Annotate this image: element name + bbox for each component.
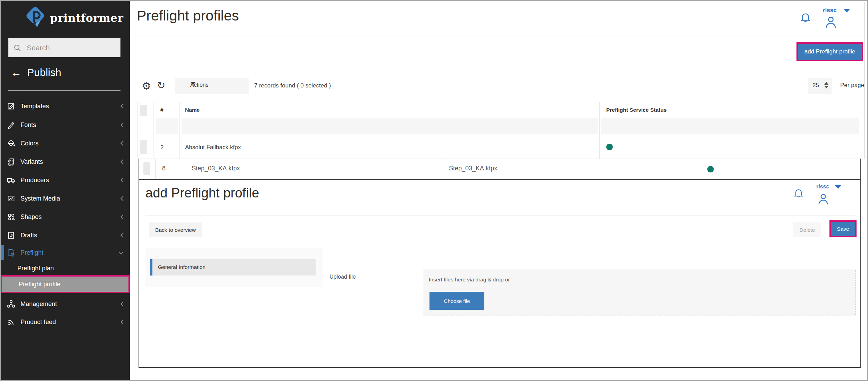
fonts-icon: [6, 120, 16, 130]
stepper-arrows-icon[interactable]: [824, 82, 828, 88]
sidebar-item-preflight[interactable]: Preflight: [1, 245, 130, 261]
add-preflight-profile-overlay: 8 Step_03_KA.kfpx Step_03_KA.kfpx add Pr…: [139, 159, 861, 368]
sidebar-item-system-media[interactable]: System Media: [1, 190, 130, 206]
sidebar-back-nav[interactable]: ← Publish: [10, 67, 61, 78]
management-icon: [6, 299, 16, 309]
sidebar-item-fonts[interactable]: Fonts: [1, 117, 130, 133]
choose-file-button[interactable]: Choose file: [429, 292, 484, 310]
row-checkbox[interactable]: [140, 140, 147, 154]
colors-icon: [6, 138, 16, 149]
drafts-pdf-icon: [6, 230, 16, 240]
templates-icon: [6, 101, 16, 111]
chevron-left-icon: [119, 214, 124, 220]
delete-button[interactable]: Delete: [793, 222, 821, 237]
sidebar-item-product-feed[interactable]: Product feed: [1, 314, 130, 330]
product-feed-rss-icon: [6, 317, 16, 327]
search-box[interactable]: [8, 38, 120, 57]
column-header-num: #: [160, 107, 164, 113]
chevron-left-icon: [119, 159, 124, 165]
sidebar-item-variants[interactable]: Variants: [1, 154, 130, 170]
chevron-left-icon: [119, 232, 124, 238]
scrollbar-track[interactable]: [865, 2, 865, 159]
per-page-input[interactable]: 25: [808, 78, 832, 94]
tab-general-information[interactable]: General Information: [150, 259, 316, 276]
user-dropdown-caret-icon[interactable]: [844, 9, 850, 12]
sidebar-item-management[interactable]: Management: [1, 296, 130, 312]
save-button[interactable]: Save: [831, 222, 855, 236]
sidebar-divider: [8, 90, 120, 91]
printformer-logo-icon: [25, 7, 46, 29]
dropzone-hint-text: Insert files here via drag & drop or: [429, 277, 510, 283]
annotation-box-save-button: Save: [829, 220, 857, 237]
settings-gear-icon[interactable]: ⚙: [142, 80, 151, 92]
chevron-left-icon: [119, 301, 124, 307]
user-name[interactable]: rissc: [823, 7, 837, 14]
system-media-icon: [6, 193, 16, 204]
annotation-box-preflight-profile: Preflight profile: [1, 275, 130, 293]
row-profile-name: Step_03_KA.kfpx: [449, 165, 497, 172]
table-row-partial[interactable]: 8 Step_03_KA.kfpx Step_03_KA.kfpx: [139, 159, 860, 180]
sidebar-item-preflight-plan[interactable]: Preflight plan: [1, 260, 130, 276]
annotation-box-add-button: add Preflight profile: [796, 42, 863, 61]
logo-text: printformer: [50, 12, 123, 24]
status-ok-dot: [707, 166, 714, 172]
filter-input-num[interactable]: [156, 118, 178, 134]
sidebar-item-templates[interactable]: Templates: [1, 98, 130, 114]
preflight-profiles-table: # Name Preflight Service Status 2 Absolu…: [137, 102, 861, 159]
search-icon: [13, 44, 22, 52]
per-page-label: Per page: [840, 82, 864, 89]
active-tab-indicator-bar: [150, 259, 152, 276]
row-checkbox[interactable]: [143, 162, 150, 175]
user-avatar-icon[interactable]: [817, 193, 829, 206]
dropdown-caret-icon: [190, 82, 196, 85]
per-page-value: 25: [812, 82, 819, 89]
back-to-overview-button[interactable]: Back to overview: [149, 222, 202, 237]
column-header-name: Name: [185, 107, 200, 113]
table-header-divider: [137, 136, 861, 136]
user-name[interactable]: rissc: [816, 184, 829, 190]
search-input[interactable]: [26, 43, 116, 52]
refresh-icon[interactable]: ↻: [157, 79, 165, 91]
shapes-icon: [6, 212, 16, 222]
column-header-status: Preflight Service Status: [606, 107, 667, 113]
status-ok-dot: [606, 144, 613, 150]
row-num: 8: [162, 165, 166, 172]
sidebar-section-title: Publish: [27, 67, 61, 78]
select-all-checkbox[interactable]: [140, 105, 147, 116]
chevron-down-icon: [118, 250, 124, 255]
sidebar-item-shapes[interactable]: Shapes: [1, 209, 130, 225]
row-num: 2: [160, 144, 164, 151]
back-arrow-icon[interactable]: ←: [10, 67, 22, 78]
chevron-left-icon: [119, 319, 124, 325]
sidebar: printformer ← Publish Templates: [1, 1, 130, 380]
user-avatar-icon[interactable]: [824, 15, 837, 29]
producers-icon: [6, 175, 16, 185]
notifications-bell-icon[interactable]: [793, 188, 804, 200]
sidebar-item-drafts[interactable]: Drafts: [1, 227, 130, 243]
chevron-left-icon: [119, 140, 124, 146]
records-count-text: 7 records found ( 0 selected ): [254, 82, 331, 89]
variants-icon: [6, 156, 16, 167]
preflight-icon: [6, 247, 16, 258]
overlay-title: add Preflight profile: [145, 186, 259, 201]
actions-dropdown[interactable]: Actions: [175, 78, 249, 94]
sidebar-item-producers[interactable]: Producers: [1, 172, 130, 188]
row-name: Step_03_KA.kfpx: [192, 165, 240, 172]
page-title: Preflight profiles: [137, 8, 239, 24]
overlay-tab-panel: General Information: [145, 248, 323, 287]
upload-file-label: Upload file: [329, 274, 356, 280]
user-dropdown-caret-icon[interactable]: [835, 185, 841, 189]
header-divider: [130, 35, 867, 35]
overlay-divider: [145, 215, 855, 216]
chevron-left-icon: [119, 122, 124, 128]
add-preflight-profile-button[interactable]: add Preflight profile: [798, 44, 862, 60]
file-dropzone[interactable]: Insert files here via drag & drop or Cho…: [423, 270, 856, 315]
active-indicator-bar: [1, 245, 4, 260]
app-window: printformer ← Publish Templates: [0, 0, 868, 381]
chevron-left-icon: [119, 195, 124, 202]
sidebar-item-colors[interactable]: Colors: [1, 135, 130, 151]
filter-input-name[interactable]: [182, 118, 598, 134]
filter-input-status[interactable]: [601, 118, 859, 134]
notifications-bell-icon[interactable]: [800, 12, 811, 24]
sidebar-item-preflight-profile[interactable]: Preflight profile: [2, 277, 128, 292]
